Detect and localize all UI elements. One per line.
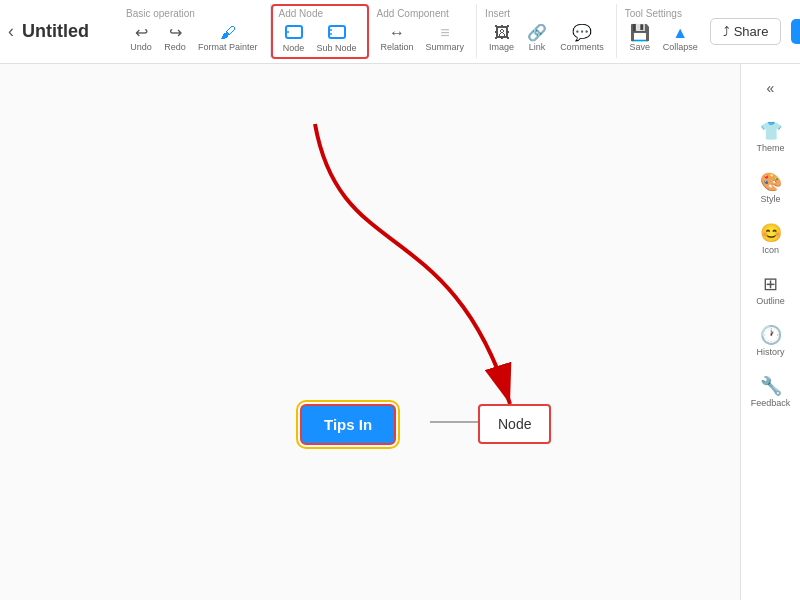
share-button[interactable]: ⤴ Share: [710, 18, 782, 45]
outline-icon: ⊞: [763, 275, 778, 293]
sub-node-icon: [328, 25, 346, 42]
save-button[interactable]: 💾 Save: [625, 23, 655, 54]
comments-button[interactable]: 💬 Comments: [556, 23, 608, 54]
sidebar-item-icon[interactable]: 😊 Icon: [741, 214, 800, 265]
link-label: Link: [529, 42, 546, 52]
group-label-insert: Insert: [485, 8, 510, 19]
summary-label: Summary: [426, 42, 465, 52]
collapse-label: Collapse: [663, 42, 698, 52]
comments-label: Comments: [560, 42, 604, 52]
save-label: Save: [629, 42, 650, 52]
image-button[interactable]: 🖼 Image: [485, 23, 518, 54]
undo-label: Undo: [130, 42, 152, 52]
sidebar-collapse-button[interactable]: «: [759, 72, 783, 104]
summary-button[interactable]: ≡ Summary: [422, 23, 469, 54]
sidebar-item-feedback[interactable]: 🔧 Feedback: [741, 367, 800, 418]
feedback-label: Feedback: [751, 398, 791, 408]
tips-node[interactable]: Tips In: [300, 404, 396, 445]
canvas[interactable]: Tips In Node: [0, 64, 740, 600]
comments-icon: 💬: [572, 25, 592, 41]
redo-button[interactable]: ↪ Redo: [160, 23, 190, 54]
history-label: History: [756, 347, 784, 357]
group-label-basic: Basic operation: [126, 8, 195, 19]
sidebar-item-outline[interactable]: ⊞ Outline: [741, 265, 800, 316]
format-painter-label: Format Painter: [198, 42, 258, 52]
format-painter-icon: 🖌: [220, 25, 236, 41]
child-node-label: Node: [498, 416, 531, 432]
feedback-icon: 🔧: [760, 377, 782, 395]
save-icon: 💾: [630, 25, 650, 41]
right-sidebar: « 👕 Theme 🎨 Style 😊 Icon ⊞ Outline 🕐 His…: [740, 64, 800, 600]
toolbar-group-basic: Basic operation ↩ Undo ↪ Redo 🖌 Format P…: [118, 4, 271, 58]
group-items-settings: 💾 Save ▲ Collapse: [625, 23, 702, 54]
undo-button[interactable]: ↩ Undo: [126, 23, 156, 54]
history-icon: 🕐: [760, 326, 782, 344]
group-label-add-node: Add Node: [279, 8, 323, 19]
theme-label: Theme: [756, 143, 784, 153]
link-icon: 🔗: [527, 25, 547, 41]
style-icon: 🎨: [760, 173, 782, 191]
share-icon: ⤴: [723, 24, 730, 39]
group-items-insert: 🖼 Image 🔗 Link 💬 Comments: [485, 23, 608, 54]
relation-button[interactable]: ↔ Relation: [377, 23, 418, 54]
collapse-sidebar-icon: «: [767, 80, 775, 96]
sidebar-item-style[interactable]: 🎨 Style: [741, 163, 800, 214]
toolbar-group-component: Add Component ↔ Relation ≡ Summary: [369, 4, 478, 58]
main-area: Tips In Node « 👕 Theme 🎨 Style 😊 Icon ⊞ …: [0, 64, 800, 600]
image-label: Image: [489, 42, 514, 52]
theme-icon: 👕: [760, 122, 782, 140]
sub-node-label: Sub Node: [317, 43, 357, 53]
back-button[interactable]: ‹: [8, 18, 14, 46]
relation-icon: ↔: [389, 25, 405, 41]
sub-node-button[interactable]: Sub Node: [313, 23, 361, 55]
redo-label: Redo: [164, 42, 186, 52]
format-painter-button[interactable]: 🖌 Format Painter: [194, 23, 262, 54]
image-icon: 🖼: [494, 25, 510, 41]
add-node-button[interactable]: Node: [279, 23, 309, 55]
icon-icon: 😊: [760, 224, 782, 242]
share-label: Share: [734, 24, 769, 39]
style-label: Style: [760, 194, 780, 204]
collapse-button[interactable]: ▲ Collapse: [659, 23, 702, 54]
document-title: Untitled: [22, 21, 102, 42]
sidebar-item-theme[interactable]: 👕 Theme: [741, 112, 800, 163]
node-icon: [285, 25, 303, 42]
link-button[interactable]: 🔗 Link: [522, 23, 552, 54]
toolbar-group-insert: Insert 🖼 Image 🔗 Link 💬 Comments: [477, 4, 617, 58]
arrow-overlay: [0, 64, 740, 600]
toolbar-group-settings: Tool Settings 💾 Save ▲ Collapse: [617, 4, 710, 58]
toolbar-group-add-node: Add Node Node: [271, 4, 369, 59]
topbar-right: ⤴ Share ⬆ Export: [710, 18, 800, 45]
icon-label: Icon: [762, 245, 779, 255]
tips-node-label: Tips In: [324, 416, 372, 433]
group-label-settings: Tool Settings: [625, 8, 682, 19]
relation-label: Relation: [381, 42, 414, 52]
sidebar-item-history[interactable]: 🕐 History: [741, 316, 800, 367]
node-label: Node: [283, 43, 305, 53]
undo-icon: ↩: [135, 25, 148, 41]
outline-label: Outline: [756, 296, 785, 306]
collapse-icon: ▲: [672, 25, 688, 41]
toolbar: Basic operation ↩ Undo ↪ Redo 🖌 Format P…: [118, 4, 710, 59]
group-items-add-node: Node Sub Node: [279, 23, 361, 55]
group-items-basic: ↩ Undo ↪ Redo 🖌 Format Painter: [126, 23, 262, 54]
export-button[interactable]: ⬆ Export: [791, 19, 800, 44]
summary-icon: ≡: [440, 25, 449, 41]
redo-icon: ↪: [169, 25, 182, 41]
group-label-component: Add Component: [377, 8, 449, 19]
child-node[interactable]: Node: [478, 404, 551, 444]
topbar: ‹ Untitled Basic operation ↩ Undo ↪ Redo…: [0, 0, 800, 64]
group-items-component: ↔ Relation ≡ Summary: [377, 23, 469, 54]
node-connector: [430, 421, 480, 423]
svg-rect-2: [329, 26, 345, 38]
